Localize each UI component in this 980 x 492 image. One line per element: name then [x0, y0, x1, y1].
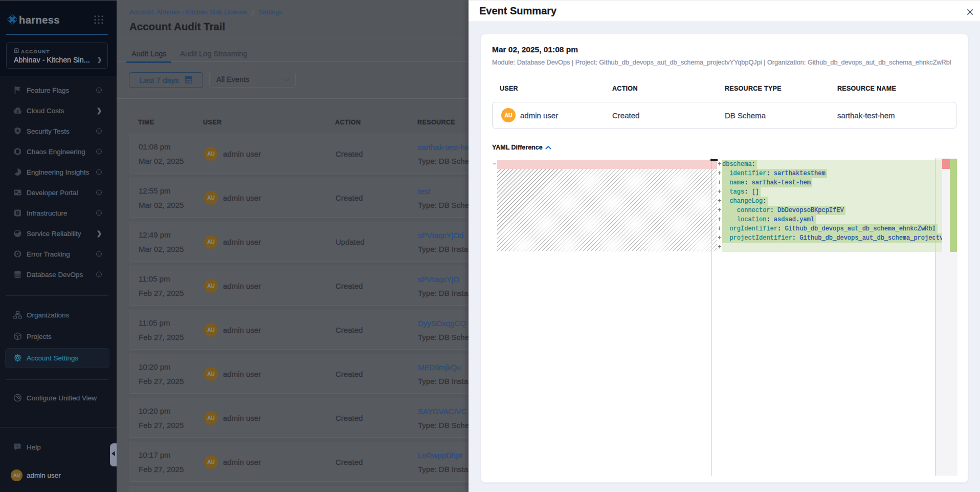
svg-text:$: $ — [16, 109, 19, 114]
svg-text:?: ? — [16, 444, 18, 449]
